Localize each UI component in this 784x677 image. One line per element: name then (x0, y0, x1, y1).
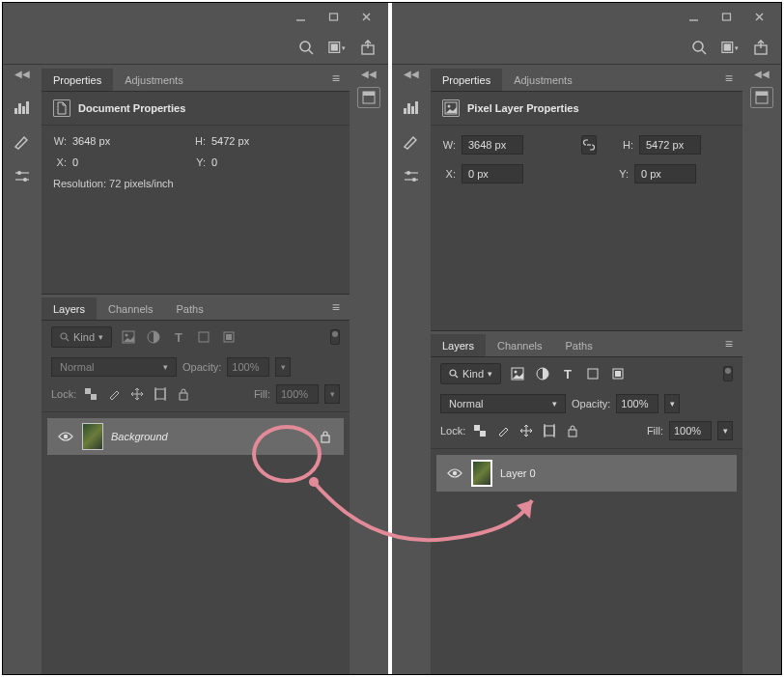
tab-layers[interactable]: Layers (42, 297, 97, 320)
panel-menu-icon[interactable]: ≡ (322, 71, 350, 86)
filter-pixel-icon[interactable] (120, 328, 137, 346)
panel-icon[interactable] (357, 87, 380, 108)
lock-all-icon[interactable] (175, 385, 192, 403)
filter-toggle[interactable] (723, 366, 733, 381)
brush-tool-icon[interactable] (398, 129, 425, 155)
x-input[interactable] (462, 164, 523, 183)
layer-row[interactable]: Background (47, 418, 344, 455)
filter-smart-icon[interactable] (220, 328, 238, 346)
fill-dropdown[interactable]: ▾ (717, 421, 733, 440)
panel-icon[interactable] (750, 87, 773, 108)
blend-row: Normal▾ Opacity: 100% ▾ (42, 353, 350, 381)
histogram-tool-icon[interactable] (9, 95, 36, 120)
tab-paths[interactable]: Paths (554, 334, 604, 356)
tab-channels[interactable]: Channels (97, 297, 164, 320)
search-icon[interactable] (690, 39, 708, 56)
opacity-value[interactable]: 100% (227, 357, 269, 377)
sliders-tool-icon[interactable] (398, 164, 425, 189)
sliders-tool-icon[interactable] (9, 164, 36, 189)
panel-menu-icon[interactable]: ≡ (715, 336, 742, 352)
window-close-button[interactable] (742, 6, 775, 27)
visibility-toggle-icon[interactable] (446, 465, 463, 482)
tab-properties[interactable]: Properties (42, 69, 113, 91)
lock-pixels-icon[interactable] (494, 422, 512, 439)
share-icon[interactable] (359, 39, 377, 56)
collapse-chevron-icon[interactable]: ◀◀ (361, 69, 377, 79)
tab-paths[interactable]: Paths (165, 297, 215, 320)
window-maximize-button[interactable] (710, 6, 742, 27)
filter-type-icon[interactable]: T (170, 328, 187, 346)
panel-after: ▾ ◀◀ Properties Adjustments ≡ Pixel Laye… (392, 3, 781, 674)
svg-point-57 (412, 178, 416, 182)
lock-pixels-icon[interactable] (105, 385, 123, 403)
filter-toggle[interactable] (330, 329, 340, 345)
resolution-value: Resolution: 72 pixels/inch (53, 178, 338, 247)
filter-shape-icon[interactable] (195, 328, 212, 346)
view-mode-icon[interactable]: ▾ (328, 39, 346, 56)
filter-kind-select[interactable]: Kind▾ (51, 326, 112, 348)
collapse-chevron-icon[interactable]: ◀◀ (14, 69, 30, 79)
layer-thumbnail[interactable] (471, 460, 492, 487)
opacity-dropdown[interactable]: ▾ (664, 394, 680, 413)
svg-line-44 (702, 50, 706, 54)
height-label: H: (620, 139, 633, 151)
collapse-chevron-icon[interactable]: ◀◀ (754, 69, 770, 79)
window-minimize-button[interactable] (284, 6, 317, 27)
panel-menu-icon[interactable]: ≡ (715, 71, 742, 86)
lock-artboard-icon[interactable] (152, 385, 169, 403)
lock-position-icon[interactable] (518, 422, 535, 439)
fill-value[interactable]: 100% (276, 384, 319, 404)
lock-transparency-icon[interactable] (82, 385, 99, 403)
opacity-dropdown[interactable]: ▾ (275, 357, 291, 377)
svg-rect-26 (226, 334, 232, 340)
share-icon[interactable] (752, 39, 770, 56)
tab-adjustments[interactable]: Adjustments (502, 69, 584, 91)
y-input[interactable] (634, 164, 696, 183)
lock-position-icon[interactable] (128, 385, 146, 403)
filter-shape-icon[interactable] (584, 365, 602, 382)
x-label: X: (53, 156, 67, 168)
lock-transparency-icon[interactable] (471, 422, 489, 439)
svg-rect-46 (724, 43, 731, 50)
layer-row[interactable]: Layer 0 (436, 455, 737, 492)
lock-all-icon[interactable] (564, 422, 581, 439)
view-mode-icon[interactable]: ▾ (721, 39, 739, 56)
filter-type-icon[interactable]: T (559, 365, 576, 382)
tab-adjustments[interactable]: Adjustments (113, 69, 195, 91)
lock-artboard-icon[interactable] (541, 422, 558, 439)
filter-pixel-icon[interactable] (509, 365, 526, 382)
link-wh-button[interactable] (581, 135, 597, 155)
svg-rect-76 (569, 430, 576, 437)
fill-dropdown[interactable]: ▾ (324, 384, 340, 404)
collapse-chevron-icon[interactable]: ◀◀ (404, 69, 419, 79)
filter-adjust-icon[interactable] (145, 328, 162, 346)
layer-thumbnail[interactable] (82, 423, 103, 450)
window-close-button[interactable] (350, 6, 382, 27)
blend-mode-select[interactable]: Normal▾ (440, 394, 566, 413)
blend-mode-select[interactable]: Normal▾ (51, 357, 177, 377)
filter-smart-icon[interactable] (609, 365, 627, 382)
fill-value[interactable]: 100% (669, 421, 712, 440)
layer-lock-icon[interactable] (317, 428, 334, 445)
tab-channels[interactable]: Channels (486, 334, 553, 356)
panel-menu-icon[interactable]: ≡ (322, 299, 350, 315)
window-minimize-button[interactable] (677, 6, 710, 27)
svg-rect-66 (588, 369, 598, 379)
opacity-value[interactable]: 100% (616, 394, 658, 413)
search-icon[interactable] (297, 39, 315, 56)
layers-tabstrip: Layers Channels Paths ≡ (431, 330, 742, 357)
brush-tool-icon[interactable] (9, 129, 36, 155)
histogram-tool-icon[interactable] (398, 95, 425, 120)
svg-rect-69 (474, 425, 480, 431)
app-toolbar: ▾ (3, 30, 388, 65)
tab-properties[interactable]: Properties (431, 69, 502, 91)
visibility-toggle-icon[interactable] (57, 428, 74, 445)
width-input[interactable] (462, 135, 523, 155)
layer-name[interactable]: Layer 0 (500, 467, 536, 479)
layer-name[interactable]: Background (111, 431, 168, 442)
filter-kind-select[interactable]: Kind▾ (440, 363, 501, 384)
filter-adjust-icon[interactable] (534, 365, 551, 382)
window-maximize-button[interactable] (317, 6, 350, 27)
height-input[interactable] (639, 135, 701, 155)
tab-layers[interactable]: Layers (431, 334, 486, 356)
